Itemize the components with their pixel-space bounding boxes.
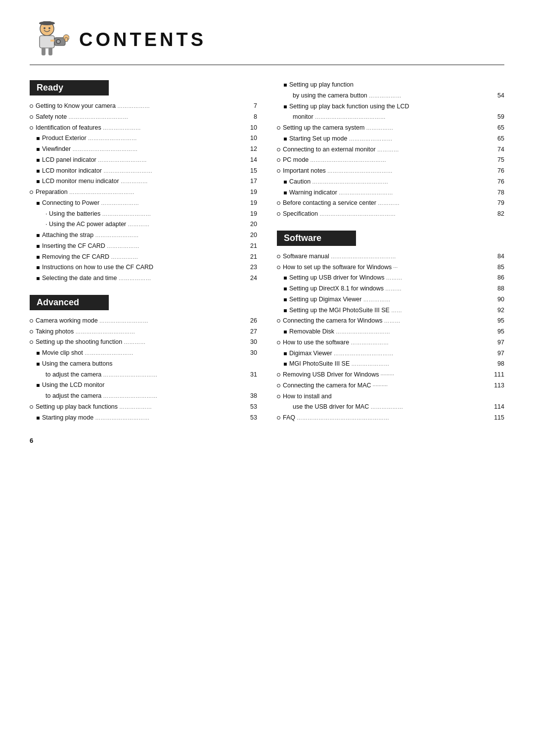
page-title: CONTENTS [79,29,206,50]
bullet-circle [277,319,280,323]
page-number: 6 [30,437,257,444]
bullet-circle [277,169,280,173]
bullet-circle [277,201,280,205]
list-item: Removing USB Driver for Windows·········… [277,370,504,379]
toc-label: Removing the CF CARD [42,252,109,262]
toc-label: Connecting the camera for Windows [283,316,382,326]
list-item: FAQ……………………………………………115 [277,413,504,423]
toc-page: 19 [244,188,257,197]
right-column: Setting up play functionby using the cam… [277,80,504,444]
toc-dots: ……………… [369,92,490,100]
bullet-circle [277,255,280,258]
list-item: Product Exterior………………………10 [30,134,257,143]
list-item: Digimax Viewer……………………………97 [277,349,504,358]
toc-label: to adjust the camera [45,370,101,379]
toc-dots: ………………………… [336,328,490,336]
list-item: · Using the batteries………………………19 [30,209,257,219]
bullet-square [284,84,287,87]
toc-page: 30 [244,337,257,347]
toc-page: 78 [491,188,504,197]
bullet-square [37,256,40,259]
list-item: Setting up Digimax Viewer……………90 [277,295,504,304]
bullet-square [284,287,287,290]
toc-label: Starting Set up mode [289,134,347,143]
toc-page: 10 [244,134,257,143]
bullet-circle [277,373,280,377]
bullet-circle [277,126,280,130]
bullet-square [37,137,40,140]
bullet-circle [277,416,280,420]
toc-page: 88 [491,284,504,293]
list-item: Specification……………………………………82 [277,209,504,219]
toc-dots: …………………………………………… [297,414,490,422]
list-item: How to install and [277,392,504,401]
toc-dots: ……………………… [102,210,243,218]
bullet-circle [30,104,33,108]
toc-dots: ·········· [373,381,490,390]
toc-page: 75 [491,155,504,165]
list-item: Setting up play back function using the … [277,102,504,111]
bullet-circle [277,341,280,344]
list-item: Warning indicator…………………………78 [277,188,504,197]
toc-dots: ………… [377,145,490,154]
toc-dots: ……………………………… [331,252,490,261]
toc-page: 95 [491,327,504,336]
bullet-circle [30,126,33,130]
toc-page: 59 [491,112,504,122]
bullet-circle [30,330,33,333]
bullet-square [284,191,287,194]
toc-dots: …………………… [95,231,243,239]
toc-label: Selecting the date and time [42,274,117,283]
toc-label: PC mode [283,155,309,165]
list-item: Setting up the camera system……………65 [277,123,504,133]
bullet-square [284,331,287,333]
toc-label: How to set up the software for Windows [283,263,392,272]
toc-dots: ……………………… [85,349,243,357]
toc-page: 19 [244,198,257,208]
toc-label: Identification of features [36,123,101,133]
toc-dots: ……………… [119,403,243,411]
toc-label: Using the LCD monitor [42,380,104,390]
toc-dots: …………… [363,295,490,304]
list-item: by using the camera button………………54 [277,91,504,100]
toc-page: 10 [244,123,257,133]
toc-label: Setting up the MGI PhotoSuite III SE [289,306,390,315]
list-item: Before contacting a service center…………79 [277,198,504,208]
toc-label: Before contacting a service center [283,198,376,208]
toc-page: 79 [491,198,504,208]
main-content: Ready Getting to Know your camera………………7… [30,80,504,444]
toc-page: 95 [491,316,504,326]
toc-page: 98 [491,359,504,369]
toc-dots: …………… [121,177,243,186]
bullet-square [37,266,40,269]
toc-dots: ……………… [117,102,243,110]
svg-rect-3 [40,36,54,48]
toc-dots: ………………… [351,360,490,368]
bullet-circle [277,266,280,269]
toc-label: Connecting to Power [42,198,99,208]
list-item: Viewfinder………………………………12 [30,144,257,154]
bullet-circle [277,212,280,216]
toc-label: Important notes [283,166,326,176]
toc-page: 20 [244,231,257,240]
list-item: Using the LCD monitor [30,380,257,390]
bullet-square [37,384,40,387]
toc-page: 38 [244,391,257,401]
toc-page: 113 [491,381,504,390]
toc-label: Product Exterior [42,134,87,143]
list-item: How to set up the software for Windows··… [277,263,504,272]
toc-page: 8 [244,112,257,122]
bullet-circle [277,158,280,162]
toc-page: 21 [244,241,257,251]
toc-label: Setting up the shooting function [36,337,122,347]
list-item: Starting Set up mode……………………65 [277,134,504,143]
toc-label: Digimax Viewer [289,349,332,358]
list-item: Safety note……………………………8 [30,112,257,122]
toc-label: Preparation [36,188,68,197]
toc-dots: ………………… [103,124,243,132]
list-item: monitor…………………………………59 [277,112,504,122]
left-column: Ready Getting to Know your camera………………7… [30,80,257,444]
toc-dots: …………………… [349,135,490,143]
bullet-square [37,363,40,366]
list-item: Removing the CF CARD……………21 [30,252,257,262]
